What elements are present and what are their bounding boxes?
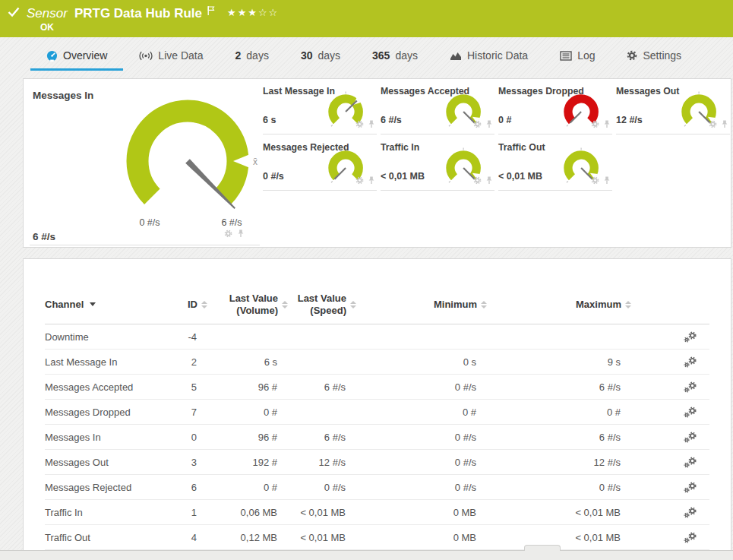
channel-name-link[interactable]: Messages Rejected bbox=[45, 482, 174, 493]
channel-settings-gears-icon[interactable] bbox=[631, 532, 709, 543]
table-row-traffic-out: Traffic Out 4 0,12 MB < 0,01 MB 0 MB < 0… bbox=[45, 525, 709, 550]
gauge-settings-gear-icon[interactable] bbox=[591, 174, 599, 188]
gauge-pin-icon[interactable] bbox=[368, 118, 375, 131]
last-value-volume: 0 # bbox=[207, 482, 288, 493]
gauges-panel: Messages In 0 #/s 6 #/s x̄ 6 #/s Last Me… bbox=[23, 78, 731, 248]
gauge-settings-gear-icon[interactable] bbox=[224, 227, 232, 241]
priority-flag-icon[interactable] bbox=[207, 5, 215, 18]
channel-name-link[interactable]: Messages Out bbox=[45, 457, 174, 468]
object-kind-label: Sensor bbox=[27, 6, 68, 21]
gauge-settings-gear-icon[interactable] bbox=[591, 118, 599, 131]
channel-id: 3 bbox=[174, 457, 207, 468]
channel-settings-gears-icon[interactable] bbox=[631, 482, 709, 493]
gauge-icon bbox=[46, 50, 58, 62]
last-value-volume: 0,06 MB bbox=[207, 507, 288, 518]
gauge-pin-icon[interactable] bbox=[237, 227, 245, 241]
last-value-speed: < 0,01 MB bbox=[288, 507, 356, 518]
gauge-pin-icon[interactable] bbox=[368, 174, 375, 188]
channel-name-link[interactable]: Messages In bbox=[45, 432, 174, 443]
last-value-volume: 0,12 MB bbox=[207, 532, 288, 543]
column-header-maximum[interactable]: Maximum bbox=[487, 299, 631, 310]
gauge-panel-traffic-in[interactable]: Traffic In < 0,01 MB bbox=[381, 140, 494, 191]
gauge-pin-icon[interactable] bbox=[603, 118, 611, 131]
column-header-minimum[interactable]: Minimum bbox=[356, 299, 487, 310]
priority-stars[interactable]: ★★★☆☆ bbox=[227, 7, 279, 18]
channel-id: 0 bbox=[174, 432, 207, 443]
tab-log[interactable]: Log bbox=[544, 44, 611, 71]
sort-icon bbox=[201, 301, 207, 308]
tab-number: 365 bbox=[372, 49, 390, 62]
average-marker-label: x̄ bbox=[253, 157, 257, 167]
status-ok-check-icon bbox=[8, 7, 20, 21]
channel-settings-gears-icon[interactable] bbox=[631, 407, 709, 418]
last-value-volume: 96 # bbox=[207, 381, 288, 393]
gauge-panel-messages-rejected[interactable]: Messages Rejected 0 #/s bbox=[263, 140, 377, 191]
channel-name-link[interactable]: Downtime bbox=[45, 331, 174, 343]
column-label: Last Value(Volume) bbox=[229, 293, 278, 317]
channel-settings-gears-icon[interactable] bbox=[631, 432, 709, 443]
maximum-value: 6 #/s bbox=[487, 381, 631, 393]
gauge-title: Messages Accepted bbox=[381, 86, 469, 96]
last-value-speed: 12 #/s bbox=[288, 457, 356, 468]
channel-settings-gears-icon[interactable] bbox=[631, 331, 709, 343]
tab-365-days[interactable]: 365 days bbox=[356, 44, 434, 71]
tab-settings[interactable]: Settings bbox=[611, 44, 697, 71]
average-notch bbox=[578, 122, 584, 129]
channel-id: 4 bbox=[174, 532, 207, 543]
column-header-channel[interactable]: Channel bbox=[45, 299, 174, 310]
last-value-speed: 6 #/s bbox=[288, 381, 356, 393]
gauge-pin-icon[interactable] bbox=[485, 174, 493, 188]
last-value-speed: < 0,01 MB bbox=[288, 532, 356, 543]
sort-icon bbox=[481, 301, 487, 308]
maximum-value: 6 #/s bbox=[487, 432, 631, 443]
gauge-settings-gear-icon[interactable] bbox=[473, 174, 482, 188]
gauge-value: < 0,01 MB bbox=[498, 171, 542, 182]
channel-settings-gears-icon[interactable] bbox=[631, 356, 709, 368]
channel-id: 7 bbox=[174, 407, 207, 418]
last-value-volume: 192 # bbox=[207, 457, 288, 468]
column-header-id[interactable]: ID bbox=[174, 299, 207, 310]
column-header-last-value-volume[interactable]: Last Value(Volume) bbox=[207, 293, 288, 317]
channel-name-link[interactable]: Messages Dropped bbox=[45, 407, 174, 418]
gauge-pin-icon[interactable] bbox=[603, 174, 611, 188]
channel-name-link[interactable]: Traffic Out bbox=[45, 532, 174, 543]
gauge-panel-messages-out[interactable]: Messages Out 12 #/s bbox=[616, 84, 730, 134]
gauge-panel-last-message-in[interactable]: Last Message In 6 s bbox=[263, 84, 377, 134]
gauge-settings-gear-icon[interactable] bbox=[709, 118, 717, 131]
footer-collapse-handle[interactable] bbox=[524, 545, 561, 551]
tab-label: Overview bbox=[63, 49, 107, 62]
gauge-panel-messages-in[interactable]: Messages In 0 #/s 6 #/s x̄ 6 #/s bbox=[30, 84, 260, 245]
tab-live-data[interactable]: Live Data bbox=[123, 44, 219, 71]
channel-name-link[interactable]: Messages Accepted bbox=[45, 381, 174, 393]
gauge-panel-traffic-out[interactable]: Traffic Out < 0,01 MB bbox=[498, 140, 612, 191]
gauge-value: 6 #/s bbox=[33, 231, 55, 242]
gauge-pin-icon[interactable] bbox=[721, 118, 728, 131]
gauge-panel-messages-accepted[interactable]: Messages Accepted 6 #/s bbox=[381, 84, 494, 134]
tab-30-days[interactable]: 30 days bbox=[285, 44, 356, 71]
gauge-title: Messages Dropped bbox=[498, 86, 584, 96]
gauge-settings-gear-icon[interactable] bbox=[355, 174, 364, 188]
maximum-value: 12 #/s bbox=[487, 457, 631, 468]
last-value-volume: 6 s bbox=[207, 356, 288, 368]
channel-settings-gears-icon[interactable] bbox=[631, 457, 709, 468]
last-value-volume: 0 # bbox=[207, 407, 288, 418]
gauge-settings-gear-icon[interactable] bbox=[473, 118, 482, 131]
column-header-last-value-speed[interactable]: Last Value(Speed) bbox=[288, 293, 356, 317]
tab-label: Live Data bbox=[158, 49, 203, 62]
channel-name-link[interactable]: Last Message In bbox=[45, 356, 174, 368]
table-row-last-message-in: Last Message In 2 6 s 0 s 9 s bbox=[45, 350, 709, 375]
tab-2-days[interactable]: 2 days bbox=[220, 44, 285, 71]
channel-settings-gears-icon[interactable] bbox=[631, 507, 709, 518]
gauge-panel-messages-dropped[interactable]: Messages Dropped 0 # bbox=[498, 84, 612, 134]
table-row-downtime: Downtime -4 bbox=[45, 324, 709, 350]
table-row-messages-out: Messages Out 3 192 # 12 #/s 0 #/s 12 #/s bbox=[45, 450, 709, 475]
channel-name-link[interactable]: Traffic In bbox=[45, 507, 174, 518]
tab-overview[interactable]: Overview bbox=[30, 44, 123, 71]
channel-table: Channel ID Last Value(Volume) Last Value… bbox=[24, 259, 731, 550]
gauge-settings-gear-icon[interactable] bbox=[355, 118, 364, 131]
channel-settings-gears-icon[interactable] bbox=[631, 381, 709, 393]
tab-label: Settings bbox=[643, 49, 681, 62]
tab-historic-data[interactable]: Historic Data bbox=[434, 44, 544, 71]
gauge-pin-icon[interactable] bbox=[485, 118, 493, 131]
table-header-row: Channel ID Last Value(Volume) Last Value… bbox=[45, 285, 709, 324]
